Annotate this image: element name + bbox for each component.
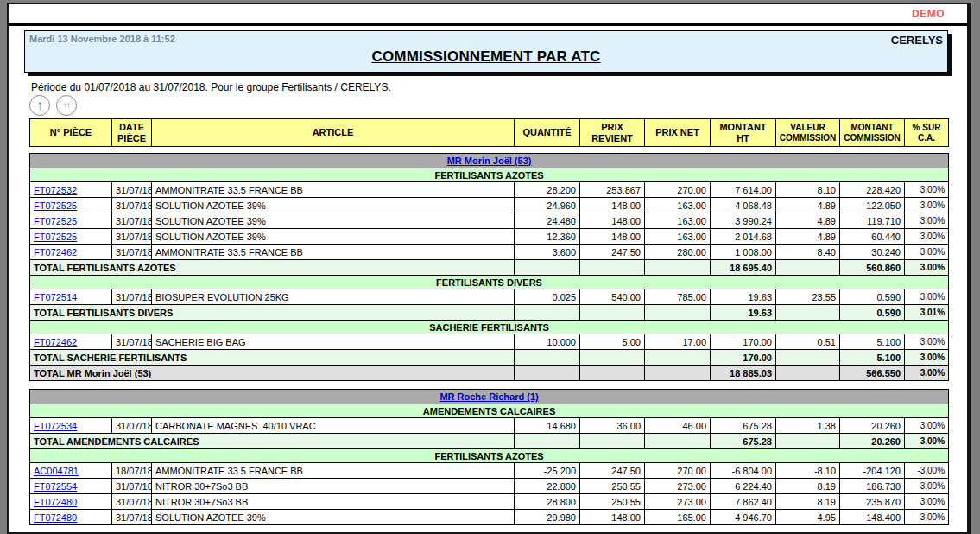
piece-link[interactable]: AC004781 [34, 466, 79, 476]
prix-revient-cell [580, 305, 645, 321]
valeur-commission-cell [776, 350, 840, 366]
quantity-cell [515, 260, 580, 276]
date-cell: 31/07/18 [112, 229, 152, 245]
pct-cell: 3.01% [905, 305, 949, 321]
pct-cell: 3.00% [905, 229, 949, 245]
article-cell: NITROR 30+7So3 BB [152, 479, 515, 494]
montant-ht-cell: 4 068.48 [711, 198, 776, 213]
prix-revient-cell: 5.00 [580, 334, 645, 350]
column-header-piece: N° PIÈCE [30, 119, 112, 147]
quantity-cell: 3.600 [515, 245, 580, 260]
report-content: Mardi 13 Novembre 2018 à 11:52 CERELYS C… [9, 26, 967, 531]
date-cell: 31/07/18 [112, 510, 152, 525]
pct-cell: 3.00% [905, 334, 949, 350]
date-cell: 31/07/18 [112, 334, 152, 350]
valeur-commission-cell: 8.40 [776, 245, 840, 260]
montant-ht-cell: 675.28 [711, 434, 776, 449]
column-header-montant_ht: MONTANT HT [711, 119, 776, 147]
section-band: FERTILISANTS AZOTES [30, 449, 949, 463]
prix-net-cell: 163.00 [645, 198, 711, 213]
quantity-cell: 28.800 [515, 494, 580, 510]
piece-link[interactable]: FT072525 [34, 216, 77, 226]
prix-revient-cell: 148.00 [580, 510, 645, 525]
quantity-cell [515, 366, 580, 381]
piece-link[interactable]: FT072554 [34, 481, 77, 492]
prix-net-cell: 785.00 [645, 289, 711, 305]
column-header-montant_commission: MONTANT COMMISSION [840, 119, 905, 147]
prix-revient-cell: 148.00 [580, 229, 645, 245]
pct-cell: 3.00% [905, 434, 949, 449]
piece-cell: FT072525 [30, 213, 112, 229]
piece-cell: FT072514 [30, 289, 112, 305]
spacer-cell [30, 381, 949, 390]
table-row: FT07246231/07/18SACHERIE BIG BAG10.0005.… [30, 334, 949, 350]
prix-revient-cell: 250.55 [580, 479, 645, 494]
prix-revient-cell: 148.00 [580, 213, 645, 229]
prix-net-cell: 270.00 [645, 182, 711, 198]
section-band: FERTILISANTS DIVERS [30, 276, 949, 289]
valeur-commission-cell [776, 260, 840, 276]
article-cell: SOLUTION AZOTEE 39% [152, 198, 515, 213]
piece-link[interactable]: FT072462 [34, 337, 77, 347]
piece-link[interactable]: FT072462 [34, 247, 77, 257]
valeur-commission-cell [776, 434, 840, 449]
valeur-commission-cell: 4.95 [776, 510, 840, 525]
date-cell: 31/07/18 [112, 494, 152, 510]
montant-ht-cell: 7 862.40 [711, 494, 776, 510]
pct-cell: 3.00% [905, 494, 949, 510]
prix-revient-cell: 36.00 [580, 418, 645, 434]
header-box-top-row: Mardi 13 Novembre 2018 à 11:52 CERELYS [25, 31, 947, 47]
page-title: COMMISSIONNEMENT PAR ATC [25, 48, 947, 66]
piece-cell: FT072480 [30, 494, 112, 510]
article-cell: AMMONITRATE 33.5 FRANCE BB [152, 245, 515, 260]
montant-ht-cell: 7 614.00 [711, 182, 776, 198]
article-cell: NITROR 30+7So3 BB [152, 494, 515, 510]
montant-ht-cell: 18 695.40 [711, 260, 776, 276]
piece-link[interactable]: FT072525 [34, 232, 77, 242]
montant-ht-cell: 2 014.68 [711, 229, 776, 245]
prix-revient-cell [580, 260, 645, 276]
piece-link[interactable]: FT072514 [34, 292, 77, 302]
montant-ht-cell: 1 008.00 [711, 245, 776, 260]
date-cell: 31/07/18 [112, 289, 152, 305]
piece-link[interactable]: FT072480 [34, 497, 77, 507]
pct-cell: 3.00% [905, 182, 949, 198]
atc-group-link[interactable]: MR Morin Joël (53) [447, 156, 532, 166]
prix-net-cell [645, 350, 711, 366]
montant-ht-cell: 170.00 [711, 334, 776, 350]
column-header-prix_net: PRIX NET [645, 119, 711, 147]
commission-table-body: MR Morin Joël (53)FERTILISANTS AZOTESFT0… [30, 154, 949, 525]
pct-cell: 3.00% [905, 366, 949, 381]
quantity-cell: 24.480 [515, 213, 580, 229]
prix-net-cell: 163.00 [645, 229, 711, 245]
column-header-pct: % SUR C.A. [905, 119, 949, 147]
column-header-valeur_commission: VALEUR COMMISSION [776, 119, 840, 147]
scroll-to-top-button[interactable]: ↑↑ [56, 95, 77, 116]
montant-commission-cell: 122.050 [840, 198, 905, 213]
date-cell: 31/07/18 [112, 418, 152, 434]
valeur-commission-cell: 23.55 [776, 289, 840, 305]
date-cell: 31/07/18 [112, 198, 152, 213]
piece-link[interactable]: FT072480 [34, 512, 77, 523]
atc-group-cell: MR Roche Richard (1) [30, 390, 949, 404]
quantity-cell: 12.360 [515, 229, 580, 245]
scroll-up-button[interactable]: ↑ [29, 95, 50, 116]
pct-cell: 3.00% [905, 479, 949, 494]
atc-group-band: MR Roche Richard (1) [30, 390, 949, 404]
report-window: DEMO Mardi 13 Novembre 2018 à 11:52 CERE… [7, 3, 971, 534]
piece-link[interactable]: FT072525 [34, 200, 77, 211]
section-total-row: TOTAL AMENDEMENTS CALCAIRES675.2820.2603… [30, 434, 949, 449]
table-row: FT07252531/07/18SOLUTION AZOTEE 39%24.48… [30, 213, 949, 229]
article-cell: BIOSUPER EVOLUTION 25KG [152, 289, 515, 305]
piece-link[interactable]: FT072532 [34, 185, 77, 195]
toolbar: ↑ ↑↑ [29, 95, 77, 116]
atc-group-link[interactable]: MR Roche Richard (1) [439, 391, 538, 402]
montant-commission-cell: 235.870 [840, 494, 905, 510]
piece-link[interactable]: FT072534 [34, 421, 77, 431]
valeur-commission-cell: 4.89 [776, 198, 840, 213]
valeur-commission-cell: 4.89 [776, 213, 840, 229]
article-cell: AMMONITRATE 33.5 FRANCE BB [152, 463, 515, 479]
column-header-qty: QUANTITÉ [515, 119, 580, 147]
quantity-cell: -25.200 [515, 463, 580, 479]
quantity-cell [515, 434, 580, 449]
